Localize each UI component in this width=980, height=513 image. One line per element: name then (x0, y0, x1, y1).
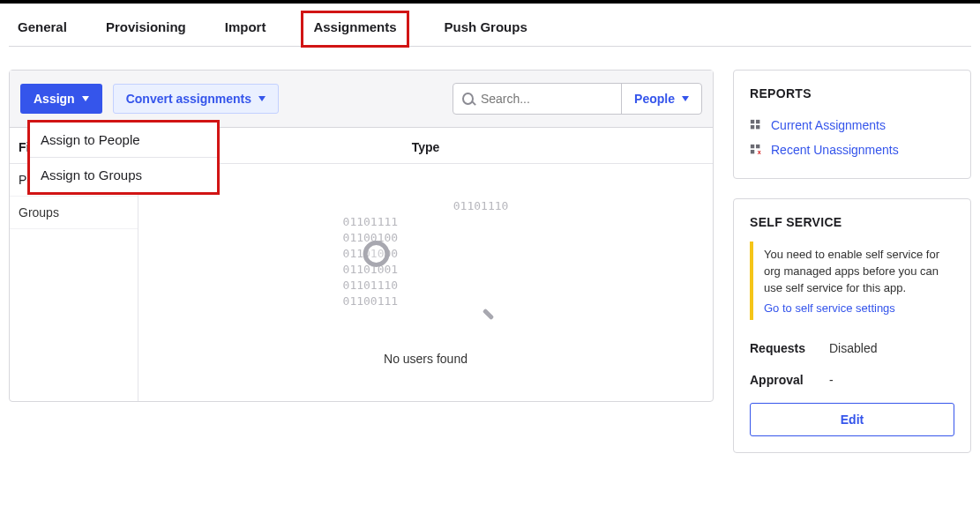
report-icon (750, 119, 762, 131)
svg-rect-4 (751, 145, 754, 148)
filter-groups[interactable]: Groups (10, 197, 138, 229)
assignments-toolbar: Assign Convert assignments (10, 71, 713, 128)
assign-button-label: Assign (34, 92, 75, 106)
self-service-title: SELF SERVICE (750, 215, 954, 229)
requests-label: Requests (750, 341, 829, 355)
empty-state: 01101110 01101111 01100100 01101000 0110… (138, 164, 713, 401)
edit-button[interactable]: Edit (750, 403, 954, 436)
report-icon: x (750, 144, 762, 156)
svg-rect-6 (751, 150, 754, 153)
tab-import[interactable]: Import (221, 11, 270, 46)
assignments-content: Type 01101110 01101111 01100100 01101000… (138, 128, 713, 401)
reports-title: REPORTS (750, 86, 954, 100)
search-scope-button[interactable]: People (621, 84, 701, 114)
convert-assignments-button[interactable]: Convert assignments (113, 84, 279, 114)
approval-row: Approval - (750, 364, 954, 396)
self-service-notice-text: You need to enable self service for org … (764, 248, 939, 294)
empty-state-message: No users found (384, 352, 468, 366)
chevron-down-icon (82, 96, 89, 101)
chevron-down-icon (258, 96, 266, 101)
tab-push-groups[interactable]: Push Groups (441, 11, 531, 46)
current-assignments-link[interactable]: Current Assignments (750, 113, 954, 138)
self-service-card: SELF SERVICE You need to enable self ser… (733, 198, 971, 453)
svg-rect-1 (756, 120, 759, 123)
approval-value: - (829, 373, 834, 387)
svg-rect-5 (756, 145, 759, 148)
tab-general[interactable]: General (14, 11, 71, 46)
tab-assignments[interactable]: Assignments (301, 11, 408, 48)
type-column-heading: Type (138, 128, 713, 164)
app-tabbar: General Provisioning Import Assignments … (9, 11, 971, 47)
self-service-notice: You need to enable self service for org … (750, 242, 954, 320)
search-icon (462, 93, 474, 105)
assign-button[interactable]: Assign (20, 84, 102, 114)
requests-value: Disabled (829, 341, 877, 355)
recent-unassignments-label: Recent Unassignments (771, 143, 899, 157)
approval-label: Approval (750, 373, 829, 387)
convert-assignments-label: Convert assignments (126, 92, 251, 106)
svg-rect-2 (751, 125, 754, 129)
recent-unassignments-link[interactable]: x Recent Unassignments (750, 138, 954, 162)
magnifier-icon (363, 209, 488, 315)
search-group: People (453, 83, 702, 115)
assign-to-groups[interactable]: Assign to Groups (30, 158, 217, 192)
assign-dropdown: Assign to People Assign to Groups (27, 120, 220, 195)
current-assignments-label: Current Assignments (771, 118, 886, 132)
chevron-down-icon (682, 96, 689, 101)
tab-provisioning[interactable]: Provisioning (102, 11, 190, 46)
reports-card: REPORTS Current Assignments x Recent Una… (733, 70, 971, 179)
empty-state-art: 01101110 01101111 01100100 01101000 0110… (343, 182, 509, 341)
assignments-panel: Assign Convert assignments (9, 70, 714, 402)
assign-to-people[interactable]: Assign to People (30, 123, 217, 158)
search-scope-label: People (634, 92, 675, 106)
requests-row: Requests Disabled (750, 332, 954, 364)
svg-rect-3 (756, 125, 759, 129)
search-input[interactable] (481, 92, 612, 106)
self-service-settings-link[interactable]: Go to self service settings (764, 301, 954, 317)
svg-text:x: x (758, 149, 761, 155)
svg-rect-0 (751, 120, 754, 123)
search-box (453, 84, 621, 114)
